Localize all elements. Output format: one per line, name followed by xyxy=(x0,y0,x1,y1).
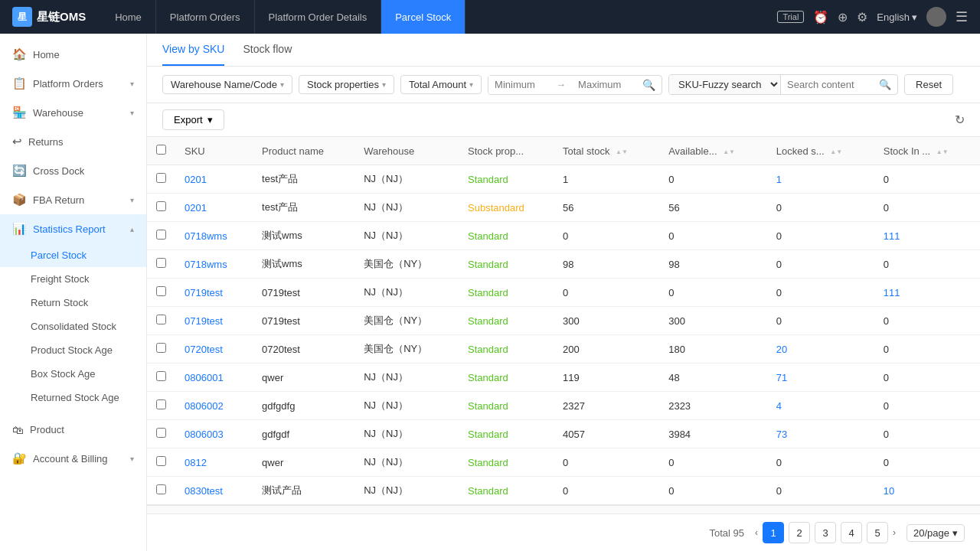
sku-link[interactable]: 0806003 xyxy=(185,429,224,440)
clock-icon[interactable]: ⏰ xyxy=(813,10,828,24)
sub-item-parcel-stock[interactable]: Parcel Stock xyxy=(0,243,146,267)
sku-link[interactable]: 0719test xyxy=(185,287,223,298)
row-checkbox-cell[interactable] xyxy=(147,307,175,335)
page-4-button[interactable]: 4 xyxy=(841,522,862,543)
row-checkbox[interactable] xyxy=(156,315,166,324)
page-1-button[interactable]: 1 xyxy=(763,522,784,543)
th-stock-in[interactable]: Stock In ... ▲▼ xyxy=(874,137,980,165)
sku-link[interactable]: 0718wms xyxy=(185,230,227,242)
page-5-button[interactable]: 5 xyxy=(867,522,888,543)
sidebar-item-account-billing[interactable]: 🔐 Account & Billing ▾ xyxy=(0,444,146,473)
refresh-button[interactable]: ↻ xyxy=(955,112,965,127)
th-locked[interactable]: Locked s... ▲▼ xyxy=(767,137,874,165)
nav-tab-platform-orders[interactable]: Platform Orders xyxy=(156,0,255,34)
nav-tab-parcel-stock[interactable]: Parcel Stock xyxy=(381,0,466,34)
row-checkbox[interactable] xyxy=(156,173,166,183)
sidebar-item-statistics-report[interactable]: 📊 Statistics Report ▴ xyxy=(0,214,146,243)
sku-link[interactable]: 0806002 xyxy=(185,400,224,412)
settings-icon[interactable]: ⚙ xyxy=(857,10,867,24)
user-avatar[interactable] xyxy=(926,7,946,27)
min-input[interactable] xyxy=(488,76,550,93)
per-page-selector[interactable]: 20/page ▾ xyxy=(906,524,965,542)
hamburger-icon[interactable]: ☰ xyxy=(956,8,968,25)
locked-link[interactable]: 71 xyxy=(776,372,787,383)
row-checkbox[interactable] xyxy=(156,286,166,296)
select-all-checkbox[interactable] xyxy=(156,145,166,155)
row-checkbox[interactable] xyxy=(156,484,166,494)
warehouse-filter[interactable]: Warehouse Name/Code ▾ xyxy=(162,75,292,94)
th-total-stock[interactable]: Total stock ▲▼ xyxy=(554,137,659,165)
row-checkbox[interactable] xyxy=(156,456,166,466)
sub-item-return-stock[interactable]: Return Stock xyxy=(0,291,146,315)
page-3-button[interactable]: 3 xyxy=(815,522,836,543)
row-checkbox-cell[interactable] xyxy=(147,420,175,448)
th-available[interactable]: Available... ▲▼ xyxy=(659,137,767,165)
nav-tab-home[interactable]: Home xyxy=(101,0,156,34)
row-checkbox-cell[interactable] xyxy=(147,165,175,194)
row-checkbox[interactable] xyxy=(156,343,166,353)
prev-page-button[interactable]: ‹ xyxy=(755,527,758,538)
row-checkbox-cell[interactable] xyxy=(147,194,175,222)
sku-link[interactable]: 0201 xyxy=(185,202,207,214)
reset-button[interactable]: Reset xyxy=(904,74,953,95)
max-input[interactable] xyxy=(572,76,633,93)
sub-item-consolidated-stock[interactable]: Consolidated Stock xyxy=(0,315,146,338)
select-all-header[interactable] xyxy=(147,137,175,165)
row-checkbox-cell[interactable] xyxy=(147,448,175,477)
row-checkbox[interactable] xyxy=(156,201,166,211)
sidebar-item-platform-orders[interactable]: 📋 Platform Orders ▾ xyxy=(0,69,146,98)
add-icon[interactable]: ⊕ xyxy=(838,10,848,24)
stock-in-link[interactable]: 10 xyxy=(884,485,894,497)
locked-link[interactable]: 73 xyxy=(776,429,787,440)
sub-item-freight-stock[interactable]: Freight Stock xyxy=(0,267,146,291)
next-page-button[interactable]: › xyxy=(893,527,896,538)
sku-link[interactable]: 0718wms xyxy=(185,259,227,270)
tab-view-by-sku[interactable]: View by SKU xyxy=(162,34,224,66)
sub-item-returned-stock-age[interactable]: Returned Stock Age xyxy=(0,386,146,409)
sku-link[interactable]: 0830test xyxy=(185,485,223,497)
sidebar-item-fba-return[interactable]: 📦 FBA Return ▾ xyxy=(0,185,146,214)
search-icon[interactable]: 🔍 xyxy=(873,76,897,93)
sku-link[interactable]: 0806001 xyxy=(185,372,224,383)
sub-item-box-stock-age[interactable]: Box Stock Age xyxy=(0,362,146,386)
sidebar-item-home[interactable]: 🏠 Home xyxy=(0,40,146,69)
sidebar-item-warehouse[interactable]: 🏪 Warehouse ▾ xyxy=(0,98,146,127)
row-checkbox[interactable] xyxy=(156,371,166,381)
stock-in-cell: 0 xyxy=(874,307,980,335)
locked-link[interactable]: 20 xyxy=(776,344,787,355)
sku-link[interactable]: 0201 xyxy=(185,174,207,185)
range-search-button[interactable]: 🔍 xyxy=(636,76,662,94)
sidebar-item-product[interactable]: 🛍 Product xyxy=(0,416,146,444)
locked-link[interactable]: 4 xyxy=(776,400,782,412)
sub-item-product-stock-age[interactable]: Product Stock Age xyxy=(0,338,146,362)
sku-link[interactable]: 0720test xyxy=(185,344,223,355)
row-checkbox[interactable] xyxy=(156,258,166,268)
page-2-button[interactable]: 2 xyxy=(789,522,810,543)
sku-search-select[interactable]: SKU-Fuzzy search xyxy=(669,75,781,94)
app-logo[interactable]: 星 星链OMS xyxy=(12,7,86,27)
row-checkbox[interactable] xyxy=(156,428,166,438)
row-checkbox-cell[interactable] xyxy=(147,335,175,364)
row-checkbox-cell[interactable] xyxy=(147,392,175,420)
row-checkbox[interactable] xyxy=(156,230,166,240)
locked-link[interactable]: 1 xyxy=(776,174,782,185)
stock-properties-filter[interactable]: Stock properties ▾ xyxy=(299,75,394,94)
row-checkbox-cell[interactable] xyxy=(147,364,175,392)
stock-in-link[interactable]: 111 xyxy=(884,287,900,298)
sidebar-item-cross-dock[interactable]: 🔄 Cross Dock xyxy=(0,156,146,185)
row-checkbox-cell[interactable] xyxy=(147,250,175,279)
export-button[interactable]: Export ▾ xyxy=(162,109,224,130)
row-checkbox-cell[interactable] xyxy=(147,222,175,250)
nav-tab-platform-order-details[interactable]: Platform Order Details xyxy=(255,0,382,34)
language-selector[interactable]: English ▾ xyxy=(877,11,917,23)
sku-link[interactable]: 0812 xyxy=(185,457,207,468)
row-checkbox-cell[interactable] xyxy=(147,279,175,307)
total-amount-filter[interactable]: Total Amount ▾ xyxy=(400,75,482,94)
stock-in-link[interactable]: 111 xyxy=(884,230,900,242)
sku-link[interactable]: 0719test xyxy=(185,315,223,327)
sidebar-item-returns[interactable]: ↩ Returns xyxy=(0,127,146,156)
row-checkbox-cell[interactable] xyxy=(147,477,175,506)
search-input[interactable] xyxy=(781,76,873,93)
row-checkbox[interactable] xyxy=(156,399,166,409)
tab-stock-flow[interactable]: Stock flow xyxy=(243,34,292,66)
